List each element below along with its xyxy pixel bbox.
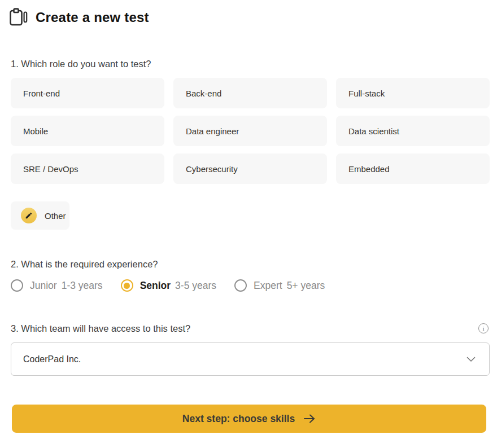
arrow-right-icon [303,414,316,424]
experience-radio-group: Junior 1-3 years Senior 3-5 years Expert… [11,279,490,292]
next-step-button[interactable]: Next step: choose skills [12,405,486,433]
experience-radio-expert[interactable]: Expert 5+ years [234,279,325,292]
pencil-icon [21,208,37,223]
experience-radio-senior[interactable]: Senior 3-5 years [121,279,216,292]
next-step-button-label: Next step: choose skills [182,413,295,425]
question-team-label: 3. Which team will have access to this t… [11,323,190,334]
experience-name: Junior [30,280,57,292]
experience-years: 3-5 years [175,280,216,292]
role-option-embedded[interactable]: Embedded [336,153,490,184]
role-option-data-engineer[interactable]: Data engineer [173,116,327,146]
role-option-other[interactable]: Other [11,201,69,230]
team-select[interactable]: CoderPad Inc. [11,342,490,376]
info-icon[interactable]: i [478,323,489,333]
experience-years: 5+ years [287,280,325,292]
experience-name: Senior [140,280,171,292]
experience-years: 1-3 years [62,280,103,292]
role-option-other-label: Other [45,211,66,221]
question-experience-label: 2. What is the required experience? [11,258,490,270]
radio-circle-icon [121,279,133,292]
chevron-down-icon [467,357,476,362]
role-option-front-end[interactable]: Front-end [11,78,164,108]
role-option-back-end[interactable]: Back-end [173,78,327,108]
clipboard-pen-icon [8,7,29,28]
role-option-cybersecurity[interactable]: Cybersecurity [173,153,327,184]
experience-name: Expert [254,280,282,292]
experience-radio-junior[interactable]: Junior 1-3 years [11,279,103,292]
page-header: Create a new test [8,7,490,28]
create-test-page: Create a new test 1. Which role do you w… [0,0,497,433]
page-title: Create a new test [36,10,149,25]
radio-circle-icon [234,279,247,292]
role-option-sre-devops[interactable]: SRE / DevOps [11,153,164,184]
role-option-mobile[interactable]: Mobile [11,116,164,146]
role-option-full-stack[interactable]: Full-stack [336,78,490,108]
radio-circle-icon [11,279,23,292]
team-select-value: CoderPad Inc. [23,354,81,364]
role-options-grid: Front-end Back-end Full-stack Mobile Dat… [11,78,490,184]
question-role-label: 1. Which role do you want to test? [11,58,490,69]
role-option-data-scientist[interactable]: Data scientist [336,116,490,146]
